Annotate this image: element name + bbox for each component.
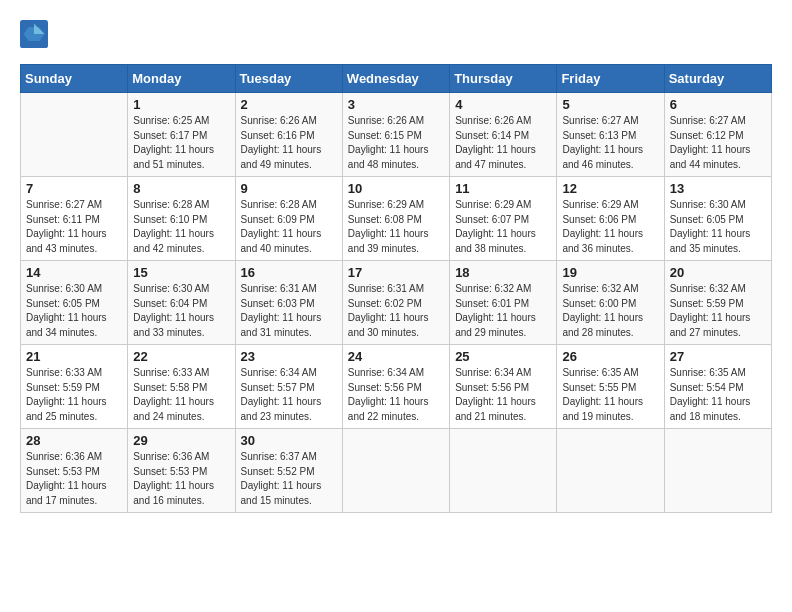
day-info: Sunrise: 6:36 AM Sunset: 5:53 PM Dayligh… [133,450,229,508]
calendar-cell: 22Sunrise: 6:33 AM Sunset: 5:58 PM Dayli… [128,345,235,429]
day-info: Sunrise: 6:30 AM Sunset: 6:05 PM Dayligh… [670,198,766,256]
header-cell-monday: Monday [128,65,235,93]
day-number: 14 [26,265,122,280]
calendar-body: 1Sunrise: 6:25 AM Sunset: 6:17 PM Daylig… [21,93,772,513]
page-header [20,20,772,48]
day-number: 12 [562,181,658,196]
day-info: Sunrise: 6:32 AM Sunset: 6:01 PM Dayligh… [455,282,551,340]
day-number: 11 [455,181,551,196]
calendar-cell: 12Sunrise: 6:29 AM Sunset: 6:06 PM Dayli… [557,177,664,261]
day-info: Sunrise: 6:33 AM Sunset: 5:58 PM Dayligh… [133,366,229,424]
header-cell-friday: Friday [557,65,664,93]
header-cell-tuesday: Tuesday [235,65,342,93]
day-number: 7 [26,181,122,196]
calendar-cell: 24Sunrise: 6:34 AM Sunset: 5:56 PM Dayli… [342,345,449,429]
calendar-cell: 29Sunrise: 6:36 AM Sunset: 5:53 PM Dayli… [128,429,235,513]
day-info: Sunrise: 6:29 AM Sunset: 6:07 PM Dayligh… [455,198,551,256]
calendar-cell: 1Sunrise: 6:25 AM Sunset: 6:17 PM Daylig… [128,93,235,177]
day-info: Sunrise: 6:34 AM Sunset: 5:56 PM Dayligh… [455,366,551,424]
day-number: 30 [241,433,337,448]
day-number: 19 [562,265,658,280]
header-cell-wednesday: Wednesday [342,65,449,93]
day-info: Sunrise: 6:33 AM Sunset: 5:59 PM Dayligh… [26,366,122,424]
day-info: Sunrise: 6:28 AM Sunset: 6:09 PM Dayligh… [241,198,337,256]
day-info: Sunrise: 6:27 AM Sunset: 6:11 PM Dayligh… [26,198,122,256]
calendar-cell: 5Sunrise: 6:27 AM Sunset: 6:13 PM Daylig… [557,93,664,177]
day-info: Sunrise: 6:36 AM Sunset: 5:53 PM Dayligh… [26,450,122,508]
day-number: 25 [455,349,551,364]
logo [20,20,52,48]
calendar-cell: 23Sunrise: 6:34 AM Sunset: 5:57 PM Dayli… [235,345,342,429]
day-number: 6 [670,97,766,112]
calendar-cell: 20Sunrise: 6:32 AM Sunset: 5:59 PM Dayli… [664,261,771,345]
calendar-cell [342,429,449,513]
day-info: Sunrise: 6:31 AM Sunset: 6:03 PM Dayligh… [241,282,337,340]
calendar-cell [21,93,128,177]
day-number: 9 [241,181,337,196]
day-number: 3 [348,97,444,112]
day-number: 16 [241,265,337,280]
calendar-cell: 19Sunrise: 6:32 AM Sunset: 6:00 PM Dayli… [557,261,664,345]
day-number: 10 [348,181,444,196]
day-number: 18 [455,265,551,280]
calendar-cell: 13Sunrise: 6:30 AM Sunset: 6:05 PM Dayli… [664,177,771,261]
calendar-cell: 27Sunrise: 6:35 AM Sunset: 5:54 PM Dayli… [664,345,771,429]
day-number: 23 [241,349,337,364]
calendar-cell: 9Sunrise: 6:28 AM Sunset: 6:09 PM Daylig… [235,177,342,261]
calendar-cell: 3Sunrise: 6:26 AM Sunset: 6:15 PM Daylig… [342,93,449,177]
calendar-cell: 2Sunrise: 6:26 AM Sunset: 6:16 PM Daylig… [235,93,342,177]
day-info: Sunrise: 6:32 AM Sunset: 6:00 PM Dayligh… [562,282,658,340]
header-row: SundayMondayTuesdayWednesdayThursdayFrid… [21,65,772,93]
day-info: Sunrise: 6:26 AM Sunset: 6:16 PM Dayligh… [241,114,337,172]
day-number: 22 [133,349,229,364]
day-info: Sunrise: 6:35 AM Sunset: 5:54 PM Dayligh… [670,366,766,424]
day-number: 5 [562,97,658,112]
day-info: Sunrise: 6:29 AM Sunset: 6:08 PM Dayligh… [348,198,444,256]
day-info: Sunrise: 6:25 AM Sunset: 6:17 PM Dayligh… [133,114,229,172]
calendar-cell: 21Sunrise: 6:33 AM Sunset: 5:59 PM Dayli… [21,345,128,429]
week-row-5: 28Sunrise: 6:36 AM Sunset: 5:53 PM Dayli… [21,429,772,513]
calendar-cell: 18Sunrise: 6:32 AM Sunset: 6:01 PM Dayli… [450,261,557,345]
day-info: Sunrise: 6:26 AM Sunset: 6:15 PM Dayligh… [348,114,444,172]
calendar-cell: 30Sunrise: 6:37 AM Sunset: 5:52 PM Dayli… [235,429,342,513]
day-info: Sunrise: 6:30 AM Sunset: 6:04 PM Dayligh… [133,282,229,340]
calendar-cell: 28Sunrise: 6:36 AM Sunset: 5:53 PM Dayli… [21,429,128,513]
calendar-cell: 6Sunrise: 6:27 AM Sunset: 6:12 PM Daylig… [664,93,771,177]
day-info: Sunrise: 6:34 AM Sunset: 5:56 PM Dayligh… [348,366,444,424]
day-number: 29 [133,433,229,448]
header-cell-saturday: Saturday [664,65,771,93]
calendar-cell: 10Sunrise: 6:29 AM Sunset: 6:08 PM Dayli… [342,177,449,261]
calendar-header: SundayMondayTuesdayWednesdayThursdayFrid… [21,65,772,93]
week-row-4: 21Sunrise: 6:33 AM Sunset: 5:59 PM Dayli… [21,345,772,429]
day-info: Sunrise: 6:28 AM Sunset: 6:10 PM Dayligh… [133,198,229,256]
calendar-cell: 15Sunrise: 6:30 AM Sunset: 6:04 PM Dayli… [128,261,235,345]
day-number: 4 [455,97,551,112]
day-info: Sunrise: 6:27 AM Sunset: 6:12 PM Dayligh… [670,114,766,172]
calendar-table: SundayMondayTuesdayWednesdayThursdayFrid… [20,64,772,513]
day-number: 17 [348,265,444,280]
header-cell-sunday: Sunday [21,65,128,93]
day-number: 8 [133,181,229,196]
day-number: 21 [26,349,122,364]
day-number: 13 [670,181,766,196]
day-number: 28 [26,433,122,448]
day-info: Sunrise: 6:34 AM Sunset: 5:57 PM Dayligh… [241,366,337,424]
day-number: 27 [670,349,766,364]
day-number: 15 [133,265,229,280]
day-info: Sunrise: 6:31 AM Sunset: 6:02 PM Dayligh… [348,282,444,340]
calendar-cell: 16Sunrise: 6:31 AM Sunset: 6:03 PM Dayli… [235,261,342,345]
calendar-cell [557,429,664,513]
calendar-cell: 25Sunrise: 6:34 AM Sunset: 5:56 PM Dayli… [450,345,557,429]
calendar-cell: 17Sunrise: 6:31 AM Sunset: 6:02 PM Dayli… [342,261,449,345]
calendar-cell [450,429,557,513]
day-number: 24 [348,349,444,364]
calendar-cell: 8Sunrise: 6:28 AM Sunset: 6:10 PM Daylig… [128,177,235,261]
day-info: Sunrise: 6:29 AM Sunset: 6:06 PM Dayligh… [562,198,658,256]
calendar-cell: 11Sunrise: 6:29 AM Sunset: 6:07 PM Dayli… [450,177,557,261]
day-number: 26 [562,349,658,364]
week-row-1: 1Sunrise: 6:25 AM Sunset: 6:17 PM Daylig… [21,93,772,177]
calendar-cell: 26Sunrise: 6:35 AM Sunset: 5:55 PM Dayli… [557,345,664,429]
day-number: 2 [241,97,337,112]
day-number: 1 [133,97,229,112]
logo-icon [20,20,48,48]
